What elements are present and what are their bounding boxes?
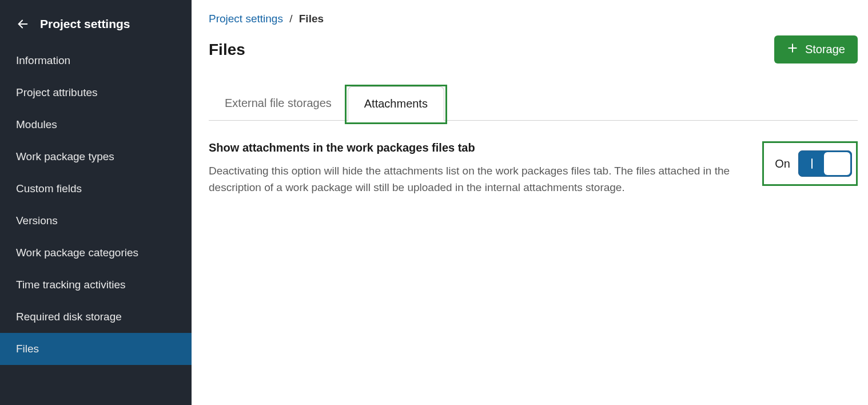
back-arrow-icon[interactable]: [16, 17, 30, 31]
tab-external-file-storages[interactable]: External file storages: [209, 86, 348, 120]
toggle-group: On: [762, 141, 858, 186]
setting-title: Show attachments in the work packages fi…: [209, 141, 739, 154]
plus-icon: [787, 42, 798, 57]
setting-row: Show attachments in the work packages fi…: [209, 141, 858, 196]
setting-text: Show attachments in the work packages fi…: [209, 141, 739, 196]
toggle-state-label: On: [775, 157, 790, 170]
sidebar: Project settings Information Project att…: [0, 0, 192, 405]
sidebar-item-project-attributes[interactable]: Project attributes: [0, 77, 192, 109]
storage-button-label: Storage: [805, 43, 845, 56]
toggle-on-indicator-icon: [811, 158, 813, 169]
sidebar-header: Project settings: [0, 11, 192, 45]
setting-description: Deactivating this option will hide the a…: [209, 162, 739, 196]
sidebar-item-required-disk-storage[interactable]: Required disk storage: [0, 301, 192, 333]
tabs: External file storages Attachments: [209, 86, 858, 121]
page-title: Files: [209, 41, 245, 59]
main-content: Project settings / Files Files Storage E…: [192, 0, 868, 405]
sidebar-item-work-package-types[interactable]: Work package types: [0, 141, 192, 173]
breadcrumb-current: Files: [299, 13, 324, 25]
breadcrumb-separator: /: [289, 13, 292, 25]
sidebar-item-time-tracking-activities[interactable]: Time tracking activities: [0, 269, 192, 301]
tab-attachments-label: Attachments: [364, 97, 428, 110]
sidebar-title: Project settings: [40, 17, 130, 31]
sidebar-item-versions[interactable]: Versions: [0, 205, 192, 237]
tab-attachments[interactable]: Attachments: [348, 86, 444, 121]
sidebar-item-work-package-categories[interactable]: Work package categories: [0, 237, 192, 269]
sidebar-item-files[interactable]: Files: [0, 333, 192, 365]
sidebar-item-custom-fields[interactable]: Custom fields: [0, 173, 192, 205]
add-storage-button[interactable]: Storage: [774, 35, 858, 63]
breadcrumb: Project settings / Files: [209, 13, 858, 25]
sidebar-item-information[interactable]: Information: [0, 45, 192, 77]
breadcrumb-parent-link[interactable]: Project settings: [209, 13, 283, 25]
toggle-thumb: [824, 152, 850, 175]
page-header: Files Storage: [209, 35, 858, 63]
attachments-toggle[interactable]: [798, 150, 852, 177]
sidebar-item-modules[interactable]: Modules: [0, 109, 192, 141]
